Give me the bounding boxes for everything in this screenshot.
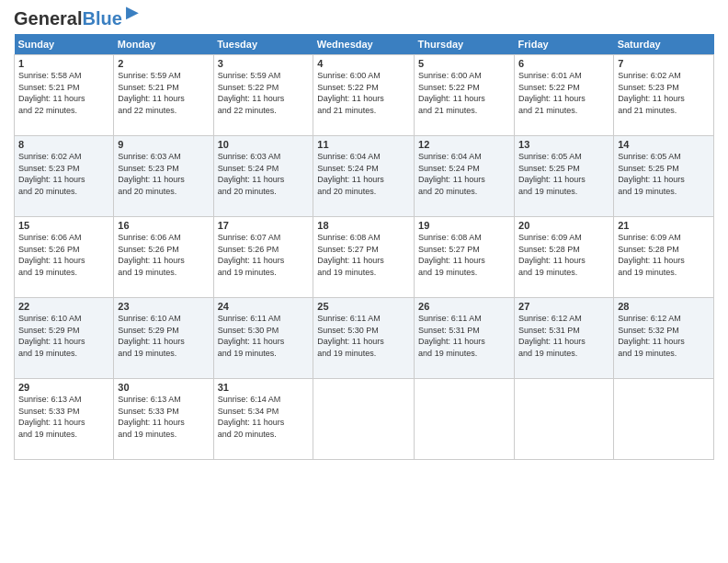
calendar-day-cell: 17Sunrise: 6:07 AM Sunset: 5:26 PM Dayli…: [213, 217, 313, 298]
calendar-day-cell: 30Sunrise: 6:13 AM Sunset: 5:33 PM Dayli…: [114, 379, 213, 460]
calendar-day-header: Thursday: [415, 34, 515, 55]
day-number: 16: [118, 220, 209, 231]
day-info: Sunrise: 6:08 AM Sunset: 5:27 PM Dayligh…: [317, 232, 410, 278]
calendar-day-cell: 4Sunrise: 6:00 AM Sunset: 5:22 PM Daylig…: [313, 55, 415, 136]
day-number: 22: [18, 301, 109, 312]
day-number: 26: [418, 301, 510, 312]
day-info: Sunrise: 6:06 AM Sunset: 5:26 PM Dayligh…: [118, 232, 209, 278]
day-info: Sunrise: 6:07 AM Sunset: 5:26 PM Dayligh…: [218, 232, 310, 278]
calendar-week-row: 22Sunrise: 6:10 AM Sunset: 5:29 PM Dayli…: [15, 298, 714, 379]
day-info: Sunrise: 6:14 AM Sunset: 5:34 PM Dayligh…: [218, 394, 310, 440]
day-info: Sunrise: 6:02 AM Sunset: 5:23 PM Dayligh…: [18, 151, 109, 197]
calendar-day-cell: 9Sunrise: 6:03 AM Sunset: 5:23 PM Daylig…: [114, 136, 213, 217]
calendar-day-header: Monday: [114, 34, 213, 55]
calendar-week-row: 29Sunrise: 6:13 AM Sunset: 5:33 PM Dayli…: [15, 379, 714, 460]
day-info: Sunrise: 6:06 AM Sunset: 5:26 PM Dayligh…: [18, 232, 109, 278]
day-info: Sunrise: 6:04 AM Sunset: 5:24 PM Dayligh…: [317, 151, 410, 197]
day-number: 1: [18, 58, 109, 69]
day-number: 6: [518, 58, 609, 69]
calendar-day-header: Friday: [515, 34, 614, 55]
calendar-day-cell: 18Sunrise: 6:08 AM Sunset: 5:27 PM Dayli…: [313, 217, 415, 298]
calendar-day-cell: 28Sunrise: 6:12 AM Sunset: 5:32 PM Dayli…: [614, 298, 714, 379]
calendar-day-cell: 13Sunrise: 6:05 AM Sunset: 5:25 PM Dayli…: [515, 136, 614, 217]
calendar-day-cell: 8Sunrise: 6:02 AM Sunset: 5:23 PM Daylig…: [15, 136, 114, 217]
day-number: 2: [118, 58, 209, 69]
day-number: 12: [418, 139, 510, 150]
day-number: 3: [218, 58, 310, 69]
day-number: 8: [18, 139, 109, 150]
day-info: Sunrise: 6:02 AM Sunset: 5:23 PM Dayligh…: [618, 70, 710, 116]
day-info: Sunrise: 6:04 AM Sunset: 5:24 PM Dayligh…: [418, 151, 510, 197]
calendar-day-cell: 15Sunrise: 6:06 AM Sunset: 5:26 PM Dayli…: [15, 217, 114, 298]
day-number: 11: [317, 139, 410, 150]
day-number: 20: [518, 220, 609, 231]
calendar-day-cell: 31Sunrise: 6:14 AM Sunset: 5:34 PM Dayli…: [213, 379, 313, 460]
day-number: 18: [317, 220, 410, 231]
day-number: 28: [618, 301, 710, 312]
day-info: Sunrise: 6:11 AM Sunset: 5:31 PM Dayligh…: [418, 313, 510, 359]
day-number: 19: [418, 220, 510, 231]
calendar-day-cell: 21Sunrise: 6:09 AM Sunset: 5:28 PM Dayli…: [614, 217, 714, 298]
logo-bird-icon: ▶: [126, 2, 139, 22]
day-info: Sunrise: 5:59 AM Sunset: 5:21 PM Dayligh…: [118, 70, 209, 116]
day-info: Sunrise: 6:03 AM Sunset: 5:23 PM Dayligh…: [118, 151, 209, 197]
day-number: 7: [618, 58, 710, 69]
day-info: Sunrise: 6:10 AM Sunset: 5:29 PM Dayligh…: [118, 313, 209, 359]
calendar-day-cell: 25Sunrise: 6:11 AM Sunset: 5:30 PM Dayli…: [313, 298, 415, 379]
calendar-day-header: Tuesday: [213, 34, 313, 55]
day-info: Sunrise: 6:11 AM Sunset: 5:30 PM Dayligh…: [218, 313, 310, 359]
day-number: 5: [418, 58, 510, 69]
day-number: 30: [118, 382, 209, 393]
calendar-day-cell: 1Sunrise: 5:58 AM Sunset: 5:21 PM Daylig…: [15, 55, 114, 136]
day-number: 13: [518, 139, 609, 150]
day-info: Sunrise: 6:01 AM Sunset: 5:22 PM Dayligh…: [518, 70, 609, 116]
day-number: 29: [18, 382, 109, 393]
calendar-day-cell: 19Sunrise: 6:08 AM Sunset: 5:27 PM Dayli…: [415, 217, 515, 298]
calendar-table: SundayMondayTuesdayWednesdayThursdayFrid…: [14, 34, 714, 460]
day-number: 4: [317, 58, 410, 69]
header: GeneralBlue ▶: [14, 9, 714, 29]
calendar-day-cell: 22Sunrise: 6:10 AM Sunset: 5:29 PM Dayli…: [15, 298, 114, 379]
calendar-day-cell: 12Sunrise: 6:04 AM Sunset: 5:24 PM Dayli…: [415, 136, 515, 217]
day-number: 31: [218, 382, 310, 393]
day-number: 27: [518, 301, 609, 312]
day-info: Sunrise: 6:03 AM Sunset: 5:24 PM Dayligh…: [218, 151, 310, 197]
calendar-header-row: SundayMondayTuesdayWednesdayThursdayFrid…: [15, 34, 714, 55]
calendar-day-header: Sunday: [15, 34, 114, 55]
day-number: 14: [618, 139, 710, 150]
calendar-day-cell: 29Sunrise: 6:13 AM Sunset: 5:33 PM Dayli…: [15, 379, 114, 460]
logo: GeneralBlue ▶: [14, 9, 122, 29]
day-info: Sunrise: 6:11 AM Sunset: 5:30 PM Dayligh…: [317, 313, 410, 359]
calendar-day-header: Wednesday: [313, 34, 415, 55]
day-number: 21: [618, 220, 710, 231]
calendar-empty-cell: [415, 379, 515, 460]
calendar-day-cell: 3Sunrise: 5:59 AM Sunset: 5:22 PM Daylig…: [213, 55, 313, 136]
calendar-day-cell: 26Sunrise: 6:11 AM Sunset: 5:31 PM Dayli…: [415, 298, 515, 379]
calendar-day-cell: 7Sunrise: 6:02 AM Sunset: 5:23 PM Daylig…: [614, 55, 714, 136]
calendar-week-row: 15Sunrise: 6:06 AM Sunset: 5:26 PM Dayli…: [15, 217, 714, 298]
page: GeneralBlue ▶ SundayMondayTuesdayWednesd…: [0, 0, 728, 563]
calendar-day-header: Saturday: [614, 34, 714, 55]
calendar-day-cell: 6Sunrise: 6:01 AM Sunset: 5:22 PM Daylig…: [515, 55, 614, 136]
calendar-day-cell: 2Sunrise: 5:59 AM Sunset: 5:21 PM Daylig…: [114, 55, 213, 136]
calendar-week-row: 8Sunrise: 6:02 AM Sunset: 5:23 PM Daylig…: [15, 136, 714, 217]
calendar-day-cell: 14Sunrise: 6:05 AM Sunset: 5:25 PM Dayli…: [614, 136, 714, 217]
calendar-empty-cell: [313, 379, 415, 460]
calendar-day-cell: 5Sunrise: 6:00 AM Sunset: 5:22 PM Daylig…: [415, 55, 515, 136]
calendar-week-row: 1Sunrise: 5:58 AM Sunset: 5:21 PM Daylig…: [15, 55, 714, 136]
calendar-day-cell: 10Sunrise: 6:03 AM Sunset: 5:24 PM Dayli…: [213, 136, 313, 217]
day-info: Sunrise: 6:05 AM Sunset: 5:25 PM Dayligh…: [518, 151, 609, 197]
day-info: Sunrise: 6:09 AM Sunset: 5:28 PM Dayligh…: [518, 232, 609, 278]
logo-text: GeneralBlue: [14, 8, 122, 29]
day-info: Sunrise: 6:12 AM Sunset: 5:31 PM Dayligh…: [518, 313, 609, 359]
day-number: 23: [118, 301, 209, 312]
calendar-day-cell: 20Sunrise: 6:09 AM Sunset: 5:28 PM Dayli…: [515, 217, 614, 298]
day-info: Sunrise: 5:58 AM Sunset: 5:21 PM Dayligh…: [18, 70, 109, 116]
calendar-day-cell: 11Sunrise: 6:04 AM Sunset: 5:24 PM Dayli…: [313, 136, 415, 217]
day-info: Sunrise: 6:00 AM Sunset: 5:22 PM Dayligh…: [418, 70, 510, 116]
calendar-day-cell: 24Sunrise: 6:11 AM Sunset: 5:30 PM Dayli…: [213, 298, 313, 379]
day-number: 9: [118, 139, 209, 150]
day-info: Sunrise: 6:12 AM Sunset: 5:32 PM Dayligh…: [618, 313, 710, 359]
calendar-day-cell: 16Sunrise: 6:06 AM Sunset: 5:26 PM Dayli…: [114, 217, 213, 298]
day-info: Sunrise: 6:09 AM Sunset: 5:28 PM Dayligh…: [618, 232, 710, 278]
